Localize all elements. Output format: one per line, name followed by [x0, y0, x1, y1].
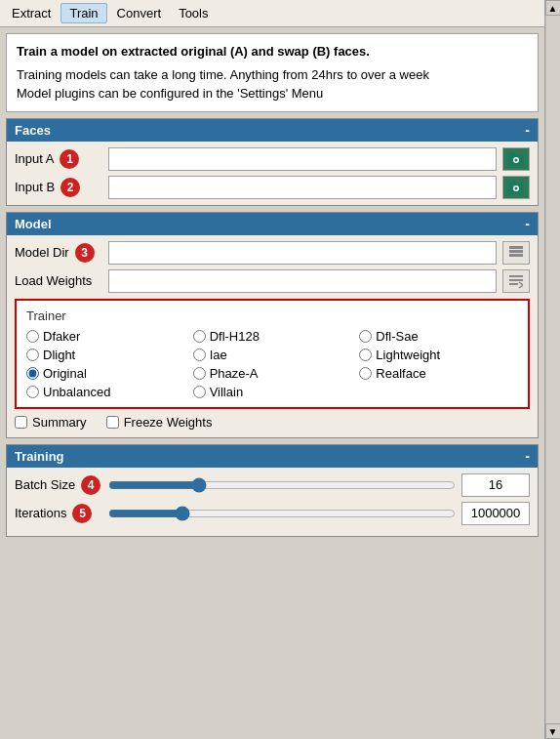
- model-section: Model - Model Dir 3: [6, 212, 539, 438]
- training-collapse-btn[interactable]: -: [525, 449, 530, 463]
- menu-bar: Extract Train Convert Tools: [0, 0, 544, 27]
- model-section-body: Model Dir 3: [7, 235, 538, 437]
- summary-checkbox[interactable]: Summary: [15, 415, 87, 430]
- checkbox-row: Summary Freeze Weights: [15, 409, 530, 431]
- load-weights-label: Load Weights: [15, 273, 102, 288]
- badge-2: 2: [60, 178, 80, 197]
- faces-section-body: Input A 1: [7, 142, 538, 205]
- scroll-up-arrow[interactable]: ▲: [545, 0, 561, 16]
- menu-train[interactable]: Train: [60, 3, 106, 23]
- input-a-row: Input A 1: [15, 147, 530, 171]
- input-a-field[interactable]: [108, 147, 497, 171]
- iterations-label: Iterations 5: [15, 504, 102, 523]
- menu-convert[interactable]: Convert: [109, 4, 170, 22]
- load-weights-row: Load Weights: [15, 269, 530, 293]
- batch-size-row: Batch Size 4: [15, 473, 530, 497]
- badge-1: 1: [60, 149, 79, 169]
- menu-tools[interactable]: Tools: [171, 4, 216, 22]
- trainer-grid: Dfaker Dfl-H128 Dfl-Sae: [26, 329, 518, 399]
- training-section-body: Batch Size 4 Iterations 5: [7, 468, 538, 536]
- svg-point-7: [515, 186, 518, 189]
- info-line2: Model plugins can be configured in the '…: [17, 84, 528, 103]
- batch-size-slider[interactable]: [108, 475, 456, 495]
- info-line1: Training models can take a long time. An…: [17, 65, 528, 85]
- svg-rect-1: [509, 152, 515, 155]
- input-b-row: Input B 2: [15, 176, 530, 199]
- faces-collapse-btn[interactable]: -: [525, 123, 530, 137]
- radio-dlight[interactable]: Dlight: [26, 348, 185, 362]
- scroll-down-arrow[interactable]: ▼: [545, 723, 561, 739]
- freeze-weights-checkbox[interactable]: Freeze Weights: [106, 415, 213, 430]
- model-collapse-btn[interactable]: -: [525, 217, 530, 230]
- svg-point-3: [515, 158, 518, 161]
- scroll-track: [545, 16, 561, 723]
- input-a-label: Input A 1: [15, 149, 102, 169]
- radio-original[interactable]: Original: [26, 366, 185, 381]
- radio-dfaker[interactable]: Dfaker: [26, 329, 185, 344]
- model-dir-browse-btn[interactable]: [502, 241, 530, 265]
- model-dir-row: Model Dir 3: [15, 241, 530, 265]
- main-content: Train a model on extracted original (A) …: [0, 27, 544, 739]
- badge-3: 3: [75, 243, 95, 263]
- load-weights-field[interactable]: [108, 269, 497, 293]
- radio-dfl-h128[interactable]: Dfl-H128: [193, 329, 352, 344]
- model-header-label: Model: [15, 217, 52, 231]
- iterations-value[interactable]: [461, 502, 530, 525]
- training-section: Training - Batch Size 4: [6, 444, 539, 537]
- info-title: Train a model on extracted original (A) …: [17, 42, 528, 62]
- trainer-grid-empty: [359, 385, 518, 399]
- training-section-header: Training -: [7, 445, 538, 468]
- faces-section: Faces - Input A 1: [6, 118, 539, 206]
- trainer-box: Trainer Dfaker Dfl-H128: [15, 299, 530, 409]
- radio-dfl-sae[interactable]: Dfl-Sae: [359, 329, 518, 344]
- radio-iae[interactable]: Iae: [193, 348, 352, 362]
- faces-section-header: Faces -: [7, 119, 538, 142]
- svg-rect-13: [509, 283, 518, 285]
- menu-extract[interactable]: Extract: [4, 4, 59, 22]
- model-section-header: Model -: [7, 213, 538, 235]
- iterations-slider[interactable]: [108, 504, 456, 523]
- model-dir-label: Model Dir 3: [15, 243, 102, 263]
- model-dir-field[interactable]: [108, 241, 497, 265]
- load-weights-browse-btn[interactable]: [502, 269, 530, 293]
- faces-header-label: Faces: [15, 123, 51, 138]
- badge-4: 4: [81, 475, 100, 495]
- input-b-browse-btn[interactable]: [502, 176, 530, 199]
- badge-5: 5: [72, 504, 92, 523]
- radio-unbalanced[interactable]: Unbalanced: [26, 385, 185, 399]
- svg-rect-10: [509, 254, 523, 257]
- freeze-weights-label: Freeze Weights: [124, 415, 213, 430]
- scrollbar[interactable]: ▲ ▼: [544, 0, 560, 739]
- svg-rect-5: [509, 181, 515, 184]
- trainer-title: Trainer: [26, 308, 518, 323]
- svg-rect-12: [509, 279, 523, 281]
- radio-phaze-a[interactable]: Phaze-A: [193, 366, 352, 381]
- radio-realface[interactable]: Realface: [359, 366, 518, 381]
- iterations-row: Iterations 5: [15, 502, 530, 525]
- input-a-browse-btn[interactable]: [502, 147, 530, 171]
- input-b-field[interactable]: [108, 176, 497, 199]
- batch-size-value[interactable]: [461, 473, 530, 497]
- radio-lightweight[interactable]: Lightweight: [359, 348, 518, 362]
- svg-rect-8: [509, 246, 523, 249]
- radio-villain[interactable]: Villain: [193, 385, 352, 399]
- info-box: Train a model on extracted original (A) …: [6, 33, 539, 112]
- svg-rect-9: [509, 250, 523, 253]
- summary-label: Summary: [32, 415, 87, 430]
- svg-rect-11: [509, 275, 523, 277]
- input-b-label: Input B 2: [15, 178, 102, 197]
- batch-size-label: Batch Size 4: [15, 475, 102, 495]
- training-header-label: Training: [15, 449, 64, 464]
